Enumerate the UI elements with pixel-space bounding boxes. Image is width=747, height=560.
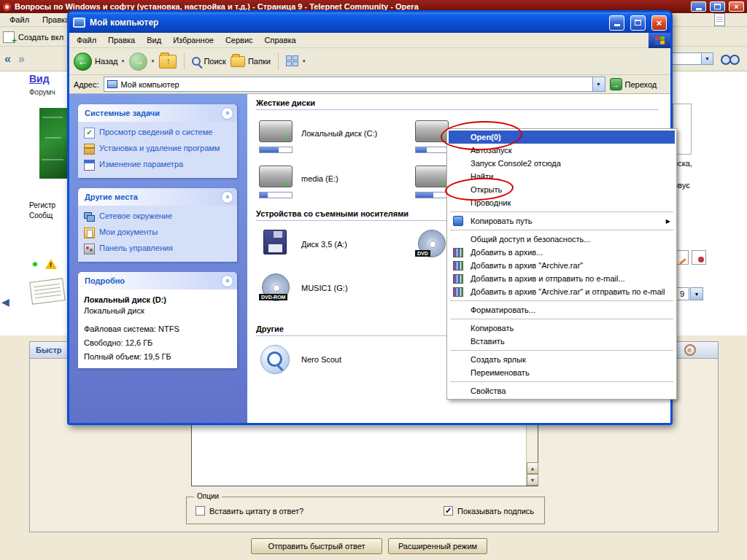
panel-collapse-icon[interactable]: ◀	[1, 296, 9, 308]
context-item-properties[interactable]: Свойства	[449, 384, 675, 397]
signature-checkbox-label: Показывать подпись	[457, 507, 534, 516]
toolbar-separator	[184, 52, 185, 70]
place-network[interactable]: Сетевое окружение	[84, 211, 233, 222]
place-control-panel[interactable]: Панель управления	[84, 244, 233, 254]
nero-scout-item[interactable]: Nero Scout	[259, 345, 412, 387]
send-quick-reply-button[interactable]: Отправить быстрый ответ	[251, 538, 382, 554]
context-item-rename[interactable]: Переименовать	[449, 366, 675, 379]
back-button[interactable]: ← Назад ▼	[74, 52, 125, 71]
other-places-header[interactable]: Другие места «	[78, 188, 237, 206]
address-bar: Адрес: Мой компьютер ▼ → Переход	[69, 75, 670, 94]
document-icon[interactable]	[714, 13, 725, 26]
views-button[interactable]: ▼	[286, 55, 306, 67]
fast-forward-button[interactable]: »	[18, 53, 25, 65]
rewind-button[interactable]: «	[4, 53, 11, 65]
menu-view[interactable]: Вид	[141, 34, 167, 47]
forum-link-fragment[interactable]: Вид	[29, 73, 50, 85]
capacity-bar	[415, 147, 449, 153]
context-item-console2[interactable]: Запуск Console2 отсюда	[449, 157, 675, 170]
newspaper-icon[interactable]	[29, 278, 65, 304]
window-maximize-button[interactable]	[630, 15, 646, 31]
browser-minimize-button[interactable]	[691, 1, 706, 12]
window-close-button[interactable]: ×	[651, 15, 667, 31]
winrar-icon	[453, 274, 463, 284]
window-minimize-button[interactable]	[609, 15, 624, 31]
context-item-copy-path[interactable]: Копировать путь ▶	[449, 214, 675, 228]
quote-checkbox[interactable]	[196, 506, 205, 516]
search-button[interactable]: Поиск	[192, 57, 225, 66]
go-button[interactable]: → Переход	[610, 78, 657, 90]
scroll-up-icon[interactable]: ▲	[527, 462, 538, 474]
folders-button[interactable]: Папки	[231, 56, 271, 67]
page-number-box[interactable]: 9	[675, 287, 689, 300]
section-hard-disks: Жесткие диски	[256, 98, 659, 110]
menu-separator	[450, 381, 673, 382]
details-drive-type: Локальный диск	[84, 306, 233, 315]
task-add-remove-programs[interactable]: Установка и удаление программ	[84, 144, 233, 155]
context-item-add-to-archive[interactable]: Добавить в архив...	[449, 246, 675, 259]
signature-checkbox[interactable]: ✓	[444, 506, 453, 516]
context-item-add-to-archive-rar[interactable]: Добавить в архив "Archive.rar"	[449, 259, 675, 272]
browser-close-button[interactable]: ×	[729, 1, 744, 12]
views-dropdown-icon[interactable]: ▼	[302, 59, 306, 63]
quote-option[interactable]: Вставить цитату в ответ?	[196, 506, 303, 516]
menu-edit[interactable]: Правка	[102, 34, 141, 47]
winrar-icon	[453, 261, 463, 271]
context-item-create-shortcut[interactable]: Создать ярлык	[449, 353, 675, 366]
options-legend: Опции	[194, 492, 222, 500]
drive-g-label: MUSIC1 (G:)	[301, 284, 348, 292]
drive-c-item[interactable]: Локальный диск (C:)	[259, 119, 412, 161]
details-title: Подробно	[85, 276, 125, 285]
context-item-paste[interactable]: Вставить	[449, 335, 675, 348]
address-dropdown-icon[interactable]: ▼	[592, 77, 605, 91]
back-dropdown-icon[interactable]: ▼	[121, 59, 125, 63]
new-tab-icon[interactable]: +	[3, 31, 15, 43]
my-computer-icon	[73, 18, 85, 28]
window-titlebar[interactable]: Мой компьютер ×	[69, 12, 670, 33]
collapse-panel-icon[interactable]: «	[684, 344, 696, 356]
context-item-archive-email[interactable]: Добавить в архив и отправить по e-mail..…	[449, 272, 675, 285]
page-dropdown-button[interactable]: ▼	[690, 287, 703, 300]
address-combo[interactable]: Мой компьютер ▼	[104, 77, 605, 92]
new-tab-label[interactable]: Создать вкл	[18, 33, 63, 42]
address-label: Адрес:	[74, 80, 99, 89]
forward-dropdown-icon[interactable]: ▼	[150, 59, 155, 63]
system-info-icon: ✓	[84, 128, 95, 139]
menu-favorites[interactable]: Избранное	[167, 34, 220, 47]
context-item-archive-rar-email[interactable]: Добавить в архив "Archive.rar" и отправи…	[449, 285, 675, 298]
winrar-icon	[453, 287, 463, 297]
task-change-setting[interactable]: Изменение параметра	[84, 160, 233, 171]
browser-menu-file[interactable]: Файл	[3, 14, 36, 26]
menu-separator	[450, 350, 673, 351]
warning-icon[interactable]: !	[45, 259, 57, 269]
forum-post-image[interactable]	[39, 108, 67, 179]
signature-option[interactable]: ✓ Показывать подпись	[444, 506, 534, 516]
drive-e-item[interactable]: media (E:)	[259, 164, 412, 206]
address-dropdown-icon[interactable]: ▼	[701, 53, 713, 64]
advanced-mode-button[interactable]: Расширенный режим	[388, 538, 487, 554]
collapse-chevron-icon[interactable]: «	[221, 191, 233, 203]
context-item-sharing[interactable]: Общий доступ и безопасность...	[449, 233, 675, 246]
window-title: Мой компьютер	[90, 18, 603, 28]
drive-g-item[interactable]: DVD-ROM MUSIC1 (G:)	[259, 273, 412, 316]
collapse-chevron-icon[interactable]: «	[221, 107, 233, 120]
browser-address-field[interactable]: ▼	[668, 52, 713, 65]
menu-tools[interactable]: Сервис	[220, 34, 259, 47]
hard-disk-icon	[259, 120, 293, 142]
task-view-system-info[interactable]: ✓ Просмотр сведений о системе	[84, 128, 233, 139]
forward-button[interactable]: → ▼	[129, 52, 155, 71]
find-glasses-icon[interactable]	[721, 55, 740, 63]
context-item-format[interactable]: Форматировать...	[449, 303, 675, 316]
drive-a-item[interactable]: Диск 3,5 (A:)	[259, 230, 412, 272]
details-header[interactable]: Подробно «	[78, 272, 237, 289]
scroll-down-icon[interactable]: ▼	[527, 474, 538, 486]
menu-help[interactable]: Справка	[259, 34, 302, 47]
browser-maximize-button[interactable]	[710, 1, 725, 12]
collapse-chevron-icon[interactable]: «	[221, 275, 233, 287]
menu-file[interactable]: Файл	[71, 34, 102, 47]
place-my-documents[interactable]: Мои документы	[84, 228, 233, 238]
quote-post-icon[interactable]	[692, 250, 706, 265]
up-button[interactable]: ↑	[159, 55, 177, 69]
context-item-copy[interactable]: Копировать	[449, 322, 675, 335]
system-tasks-header[interactable]: Системные задачи «	[78, 104, 237, 122]
